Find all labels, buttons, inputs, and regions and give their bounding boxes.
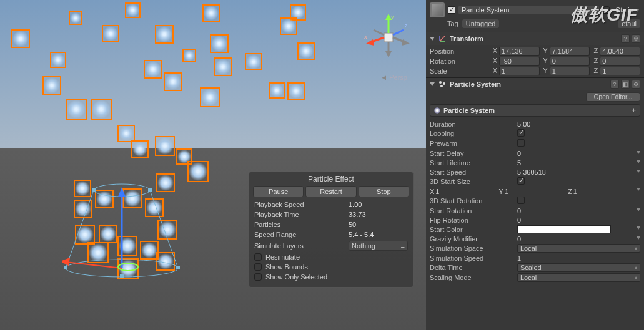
start-size-y-field[interactable]: 1: [505, 188, 567, 195]
particle[interactable]: [91, 99, 112, 120]
playback-speed-label: Playback Speed: [254, 201, 349, 208]
rotation-z-field[interactable]: 0: [600, 57, 640, 66]
3d-start-rotation-checkbox[interactable]: [517, 197, 525, 204]
particle[interactable]: [117, 258, 139, 279]
3d-start-size-checkbox[interactable]: [517, 177, 525, 185]
show-only-selected-checkbox[interactable]: [254, 273, 262, 281]
particle[interactable]: [280, 17, 297, 35]
stop-button[interactable]: Stop: [359, 186, 409, 197]
gameobject-name-field[interactable]: Particle System: [458, 6, 599, 14]
delta-time-dropdown[interactable]: Scaled♦: [517, 263, 640, 272]
particle[interactable]: [187, 161, 209, 182]
particle[interactable]: [269, 82, 285, 99]
particle[interactable]: [287, 82, 305, 100]
particle[interactable]: [145, 198, 164, 217]
particle[interactable]: [125, 2, 141, 18]
particle[interactable]: [69, 11, 82, 25]
fold-icon[interactable]: [430, 82, 435, 86]
add-module-icon[interactable]: +: [631, 105, 636, 115]
particle[interactable]: [297, 42, 315, 60]
scale-x-field[interactable]: 1: [499, 67, 540, 75]
scaling-mode-dropdown[interactable]: Local♦: [517, 273, 640, 282]
particle[interactable]: [156, 252, 175, 271]
particle[interactable]: [74, 180, 91, 197]
gravity-field[interactable]: 0: [517, 235, 640, 243]
start-rotation-field[interactable]: 0: [517, 207, 640, 215]
particle[interactable]: [245, 53, 262, 70]
position-x-field[interactable]: 17.136: [499, 47, 540, 56]
preset-icon[interactable]: ◧: [621, 80, 630, 89]
rotation-x-field[interactable]: -90: [499, 57, 540, 66]
particle[interactable]: [117, 236, 137, 256]
position-z-field[interactable]: 4.0540: [600, 47, 640, 56]
particle[interactable]: [155, 136, 175, 156]
prewarm-checkbox[interactable]: [517, 139, 525, 147]
particle[interactable]: [214, 57, 232, 76]
ps-main-module-header[interactable]: Particle System +: [430, 104, 640, 117]
particle[interactable]: [157, 220, 177, 240]
projection-label[interactable]: ◄ Persp: [380, 74, 407, 81]
duration-field[interactable]: 5.00: [517, 120, 640, 128]
speed-range-value: 5.4 - 5.4: [349, 231, 408, 238]
inspector-panel: Particle System Static ▼ Tag Untagged ef…: [426, 0, 644, 330]
fold-icon[interactable]: [430, 37, 435, 41]
particle[interactable]: [200, 87, 220, 107]
particle[interactable]: [164, 72, 182, 91]
scale-z-field[interactable]: 1: [600, 67, 640, 75]
scene-view[interactable]: y x z ◄ Persp Particle Effect Pause Rest…: [0, 0, 426, 330]
particle[interactable]: [102, 25, 119, 42]
svg-marker-22: [402, 39, 410, 46]
start-size-z-field[interactable]: 1: [573, 188, 635, 195]
orientation-gizmo[interactable]: y x z: [364, 12, 414, 62]
particle[interactable]: [87, 242, 109, 263]
particle[interactable]: [74, 200, 92, 218]
start-size-x-field[interactable]: 1: [435, 188, 497, 195]
sim-speed-field[interactable]: 1: [517, 255, 640, 262]
particle[interactable]: [122, 188, 142, 208]
open-editor-button[interactable]: Open Editor...: [586, 92, 640, 102]
pause-button[interactable]: Pause: [253, 186, 304, 197]
settings-icon[interactable]: ⚙: [632, 80, 640, 89]
flip-rotation-field[interactable]: 0: [517, 216, 640, 224]
static-checkbox[interactable]: [602, 6, 610, 14]
particle[interactable]: [210, 34, 229, 53]
active-checkbox[interactable]: [448, 6, 455, 14]
start-color-swatch[interactable]: [517, 225, 611, 233]
settings-icon[interactable]: ⚙: [632, 34, 640, 43]
scale-label: Scale: [430, 67, 491, 75]
particle[interactable]: [155, 25, 174, 44]
show-bounds-checkbox[interactable]: [254, 263, 262, 271]
rotation-y-field[interactable]: 0: [550, 57, 590, 66]
help-icon[interactable]: ?: [610, 80, 619, 89]
help-icon[interactable]: ?: [621, 34, 630, 43]
start-speed-field[interactable]: 5.360518: [517, 168, 640, 176]
gameobject-icon[interactable]: [430, 2, 445, 17]
looping-checkbox[interactable]: [517, 129, 525, 137]
resimulate-checkbox[interactable]: [254, 253, 262, 261]
svg-line-25: [374, 30, 384, 35]
playback-speed-value[interactable]: 1.00: [349, 201, 408, 208]
sim-space-dropdown[interactable]: Local♦: [517, 244, 640, 253]
particle[interactable]: [131, 140, 149, 158]
particle[interactable]: [117, 125, 135, 142]
particle[interactable]: [156, 173, 175, 192]
particle[interactable]: [182, 49, 196, 62]
svg-line-28: [440, 36, 445, 41]
scale-y-field[interactable]: 1: [550, 67, 590, 75]
simulate-layers-select[interactable]: Nothing: [349, 241, 408, 251]
particle[interactable]: [66, 99, 87, 120]
restart-button[interactable]: Restart: [305, 186, 356, 197]
svg-text:z: z: [405, 22, 408, 29]
particle[interactable]: [50, 52, 66, 68]
tag-dropdown[interactable]: Untagged: [462, 19, 500, 28]
start-delay-field[interactable]: 0: [517, 150, 640, 157]
particle[interactable]: [42, 76, 61, 95]
particle[interactable]: [99, 225, 117, 243]
particle[interactable]: [202, 4, 220, 22]
particle[interactable]: [11, 29, 30, 48]
particle[interactable]: [95, 190, 114, 208]
particle[interactable]: [144, 60, 162, 79]
position-y-field[interactable]: 7.1584: [550, 47, 590, 56]
layer-dropdown[interactable]: efaul: [618, 19, 640, 28]
start-lifetime-field[interactable]: 5: [517, 159, 640, 167]
